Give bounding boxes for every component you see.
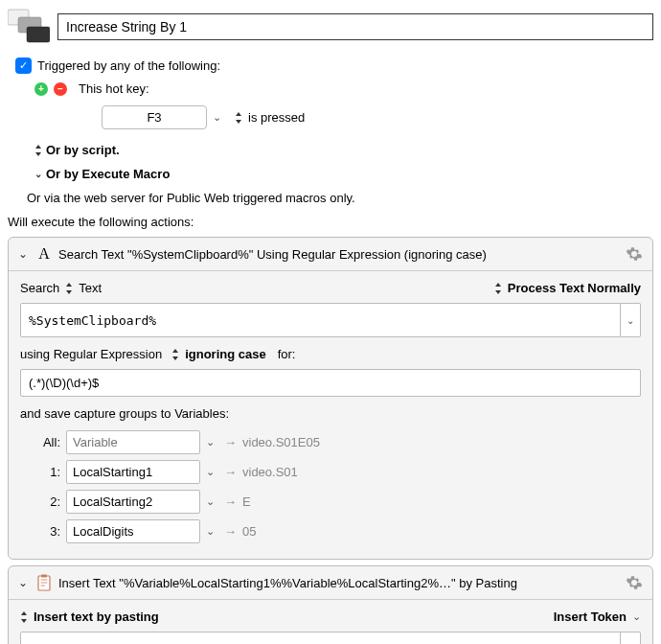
chevron-down-icon[interactable]: ⌄ xyxy=(632,610,641,623)
updown-icon[interactable] xyxy=(235,112,242,124)
action2-title: Insert Text "%Variable%LocalStarting1%%V… xyxy=(58,576,517,590)
hotkey-input[interactable] xyxy=(102,105,207,129)
arrow-icon: → xyxy=(224,435,237,449)
chevron-down-icon[interactable]: ⌄ xyxy=(621,303,641,337)
process-text-label[interactable]: Process Text Normally xyxy=(508,281,641,295)
result-2: E xyxy=(242,494,251,509)
gear-icon[interactable] xyxy=(626,245,643,263)
chevron-down-icon[interactable]: ⌄ xyxy=(621,632,641,644)
action-insert-text: ⌄ Insert Text "%Variable%LocalStarting1%… xyxy=(8,565,653,644)
search-mode[interactable]: Text xyxy=(79,281,102,295)
search-text-input[interactable] xyxy=(20,303,621,337)
chevron-down-icon[interactable]: ⌄ xyxy=(18,576,30,589)
updown-icon[interactable] xyxy=(34,145,42,156)
search-text-icon: A xyxy=(35,245,53,263)
search-label: Search xyxy=(20,281,59,295)
or-web-label: Or via the web server for Public Web tri… xyxy=(27,191,653,205)
using-regex-label: using Regular Expression xyxy=(20,347,162,361)
chevron-down-icon[interactable]: ⌄ xyxy=(206,436,215,448)
result-all: video.S01E05 xyxy=(242,435,320,449)
arrow-icon: → xyxy=(224,524,237,539)
remove-trigger-icon[interactable]: − xyxy=(54,82,67,96)
regex-input[interactable] xyxy=(20,369,641,397)
updown-icon[interactable] xyxy=(20,611,28,623)
var-idx-all: All: xyxy=(37,435,60,449)
var-idx-3: 3: xyxy=(37,524,60,539)
trigger-enabled-checkbox[interactable]: ✓ xyxy=(15,58,32,74)
chevron-down-icon[interactable]: ⌄ xyxy=(213,111,221,124)
save-captures-label: and save capture groups to Variables: xyxy=(20,406,641,421)
action1-title: Search Text "%SystemClipboard%" Using Re… xyxy=(58,247,487,262)
clipboard-icon xyxy=(35,574,53,591)
add-trigger-icon[interactable]: + xyxy=(34,82,48,96)
chevron-down-icon[interactable]: ⌄ xyxy=(206,525,215,538)
result-1: video.S01 xyxy=(242,465,298,479)
chevron-down-icon[interactable]: ⌄ xyxy=(18,247,30,261)
insert-token-label[interactable]: Insert Token xyxy=(554,610,627,624)
hotkey-suffix: is pressed xyxy=(248,110,305,125)
var-input-all[interactable] xyxy=(66,430,200,454)
execute-label: Will execute the following actions: xyxy=(8,215,653,229)
chevron-down-icon[interactable]: ⌄ xyxy=(34,169,42,179)
action-search-text: ⌄ A Search Text "%SystemClipboard%" Usin… xyxy=(8,237,653,560)
arrow-icon: → xyxy=(224,494,237,509)
var-input-2[interactable] xyxy=(66,490,200,514)
var-idx-2: 2: xyxy=(37,494,60,509)
for-label: for: xyxy=(278,347,296,361)
ignoring-case-label[interactable]: ignoring case xyxy=(185,347,266,361)
svg-rect-3 xyxy=(38,576,50,590)
result-3: 05 xyxy=(242,524,256,539)
arrow-icon: → xyxy=(224,465,237,479)
gear-icon[interactable] xyxy=(626,574,643,591)
chevron-down-icon[interactable]: ⌄ xyxy=(206,495,215,508)
updown-icon[interactable] xyxy=(65,283,73,294)
var-idx-1: 1: xyxy=(37,465,60,479)
var-input-1[interactable] xyxy=(66,460,200,484)
var-input-3[interactable] xyxy=(66,519,200,543)
insert-mode-label[interactable]: Insert text by pasting xyxy=(34,610,159,624)
chevron-down-icon[interactable]: ⌄ xyxy=(206,466,215,478)
or-script-label[interactable]: Or by script. xyxy=(46,143,120,157)
hotkey-label: This hot key: xyxy=(79,81,149,96)
trigger-header-label: Triggered by any of the following: xyxy=(37,58,220,73)
updown-icon[interactable] xyxy=(494,283,502,294)
svg-rect-4 xyxy=(41,575,47,578)
macro-title-input[interactable] xyxy=(57,13,653,40)
macro-icon xyxy=(8,8,50,46)
updown-icon[interactable] xyxy=(171,349,179,360)
or-execute-label[interactable]: Or by Execute Macro xyxy=(46,167,170,181)
svg-rect-2 xyxy=(27,27,50,42)
insert-text-input[interactable] xyxy=(20,632,621,644)
